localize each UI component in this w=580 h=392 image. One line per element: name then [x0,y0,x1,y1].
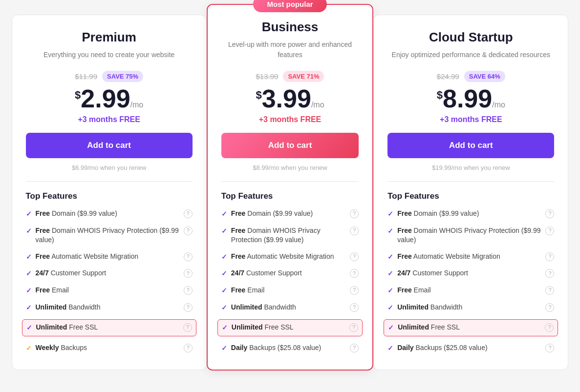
save-badge: SAVE 71% [283,71,324,82]
feature-item: ✓ Daily Backups ($25.08 value) ? [221,343,359,353]
feature-text: Unlimited Bandwidth [231,303,296,312]
help-icon[interactable]: ? [349,323,358,332]
help-icon[interactable]: ? [545,269,554,278]
plan-card-cloud-startup: Cloud Startup Enjoy optimized performanc… [373,15,568,370]
pricing-wrapper: Premium Everything you need to create yo… [12,15,569,371]
check-icon: ✓ [26,303,32,313]
feature-text: 24/7 Customer Support [36,268,107,278]
current-price: $8.99/mo [387,86,554,111]
feature-left: ✓ Unlimited Bandwidth [26,303,184,313]
help-icon[interactable]: ? [350,344,359,352]
feature-left: ✓ Weekly Backups [26,343,184,353]
feature-item: ✓ Free Domain WHOIS Privacy Protection (… [387,226,554,245]
feature-left: ✓ Unlimited Free SSL [222,323,349,333]
help-icon[interactable]: ? [184,344,193,352]
feature-text: Free Email [397,286,430,295]
feature-left: ✓ Unlimited Free SSL [26,323,183,333]
help-icon[interactable]: ? [184,269,193,278]
feature-left: ✓ Free Email [26,286,184,296]
price-amount: 2.99 [81,84,130,113]
feature-left: ✓ Unlimited Free SSL [388,323,545,333]
feature-left: ✓ Free Automatic Website Migration [221,252,350,262]
plan-name: Cloud Startup [387,30,554,45]
check-icon: ✓ [221,227,227,236]
middle-card-wrapper: Most popular Business Level-up with more… [207,4,373,371]
help-icon[interactable]: ? [545,227,554,235]
feature-left: ✓ Unlimited Bandwidth [387,303,545,313]
pricing-row: $13.99 SAVE 71% [221,71,359,82]
current-price: $3.99/mo [221,86,359,111]
feature-text: Free Email [36,286,69,295]
check-icon: ✓ [221,269,227,279]
feature-text: Unlimited Free SSL [232,323,294,332]
renew-price: $8.99/mo when you renew [221,164,359,171]
renew-price: $6.99/mo when you renew [26,164,193,171]
help-icon[interactable]: ? [350,286,359,295]
features-title: Top Features [221,191,359,201]
feature-text: Daily Backups ($25.08 value) [397,343,487,353]
check-icon: ✓ [221,344,227,353]
price-amount: 8.99 [443,84,492,113]
check-icon: ✓ [26,209,32,219]
current-price: $2.99/mo [26,86,193,111]
help-icon[interactable]: ? [184,252,193,261]
feature-item: ✓ 24/7 Customer Support ? [26,268,193,279]
check-icon: ✓ [387,227,393,236]
price-period: /mo [311,101,324,109]
feature-left: ✓ 24/7 Customer Support [387,268,545,279]
add-to-cart-button[interactable]: Add to cart [26,133,193,158]
feature-left: ✓ Free Domain ($9.99 value) [387,209,545,219]
help-icon[interactable]: ? [350,303,359,312]
feature-left: ✓ Free Domain WHOIS Privacy Protection (… [387,226,545,245]
help-icon[interactable]: ? [545,344,554,352]
feature-item: ✓ Free Domain WHOIS Privacy Protection (… [26,226,193,245]
currency-symbol: $ [437,89,443,102]
feature-item: ✓ Free Domain ($9.99 value) ? [221,209,359,219]
help-icon[interactable]: ? [545,209,554,218]
check-icon: ✓ [387,252,393,262]
help-icon[interactable]: ? [545,252,554,261]
check-icon: ✓ [221,252,227,262]
feature-item: ✓ Unlimited Bandwidth ? [26,303,193,313]
add-to-cart-button[interactable]: Add to cart [221,133,359,158]
help-icon[interactable]: ? [184,303,193,312]
feature-item: ✓ Free Email ? [221,286,359,296]
help-icon[interactable]: ? [545,303,554,312]
feature-left: ✓ Daily Backups ($25.08 value) [387,343,545,353]
feature-left: ✓ 24/7 Customer Support [26,268,184,279]
most-popular-badge: Most popular [253,0,326,12]
help-icon[interactable]: ? [184,209,193,218]
help-icon[interactable]: ? [350,227,359,235]
plan-description: Enjoy optimized performance & dedicated … [387,50,554,60]
check-icon: ✓ [26,227,32,236]
check-icon: ✓ [26,286,32,296]
add-to-cart-button[interactable]: Add to cart [387,133,554,158]
feature-left: ✓ Free Domain WHOIS Privacy Protection (… [221,226,350,245]
check-icon: ✓ [26,269,32,279]
feature-text: Free Domain ($9.99 value) [36,209,117,219]
highlighted-feature-row: ✓ Unlimited Free SSL ? [217,319,363,336]
help-icon[interactable]: ? [350,252,359,261]
help-icon[interactable]: ? [545,286,554,295]
help-icon[interactable]: ? [183,323,192,332]
free-months: +3 months FREE [387,115,554,124]
check-icon: ✓ [387,286,393,296]
plan-description: Everything you need to create your websi… [26,50,193,60]
help-icon[interactable]: ? [350,209,359,218]
feature-item: ✓ Free Domain ($9.99 value) ? [26,209,193,219]
feature-left: ✓ Free Domain WHOIS Privacy Protection (… [26,226,184,245]
feature-item: ✓ 24/7 Customer Support ? [221,268,359,279]
help-icon[interactable]: ? [350,269,359,278]
check-icon: ✓ [221,303,227,313]
plan-description: Level-up with more power and enhanced fe… [221,40,359,60]
feature-item: ✓ Unlimited Bandwidth ? [387,303,554,313]
feature-left: ✓ Free Domain ($9.99 value) [221,209,350,219]
price-period: /mo [130,101,144,109]
feature-left: ✓ Unlimited Bandwidth [221,303,350,313]
divider [221,181,359,182]
plan-card-premium: Premium Everything you need to create yo… [12,15,207,370]
help-icon[interactable]: ? [184,286,193,295]
help-icon[interactable]: ? [545,323,554,332]
feature-item: ✓ Free Domain ($9.99 value) ? [387,209,554,219]
help-icon[interactable]: ? [184,227,193,235]
